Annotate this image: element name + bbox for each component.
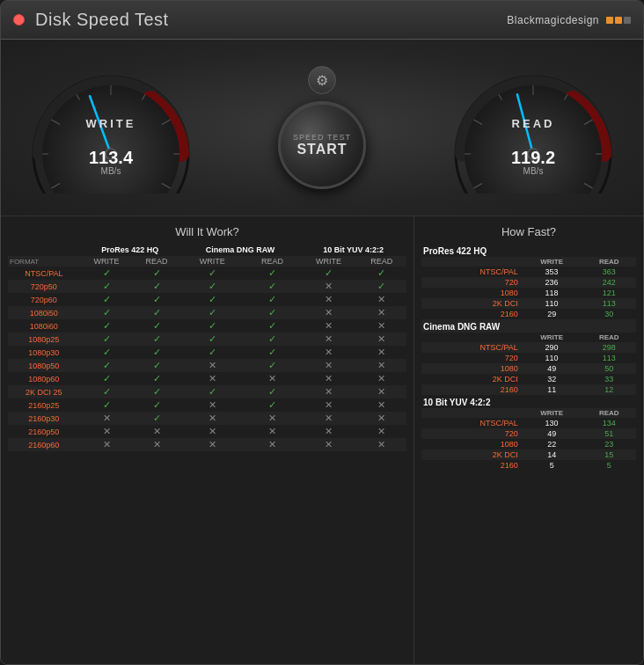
row-value-cell: ✕ — [300, 280, 356, 293]
row-value-cell: ✓ — [244, 306, 300, 319]
table-row: NTSC/PAL✓✓✓✓✓✓ — [8, 267, 406, 280]
rt-read-value: 50 — [582, 363, 636, 374]
rt-read-value: 23 — [582, 439, 636, 449]
row-label-cell: 2K DCI 25 — [8, 385, 80, 398]
rt-col-header-row: WRITEREAD — [421, 408, 636, 418]
table-row: 1080p30✓✓✓✓✕✕ — [8, 346, 406, 359]
row-value-cell: ✕ — [180, 372, 245, 385]
close-button[interactable] — [13, 14, 25, 26]
rt-col-header-cell — [421, 332, 522, 342]
row-value-cell: ✕ — [300, 425, 356, 438]
rt-row-label: 2160 — [421, 384, 522, 395]
row-value-cell: ✕ — [300, 319, 356, 332]
row-value-cell: ✕ — [244, 372, 300, 385]
rt-read-value: 242 — [582, 277, 636, 288]
rt-group-header: 10 Bit YUV 4:2:2 — [421, 395, 636, 408]
rt-write-value: 32 — [522, 374, 582, 384]
settings-button[interactable]: ⚙ — [308, 66, 336, 94]
rt-col-header-cell: WRITE — [522, 257, 582, 267]
row-value-cell: ✕ — [133, 438, 179, 451]
rt-write-value: 290 — [522, 342, 582, 353]
will-it-work-table: ProRes 422 HQ Cinema DNG RAW 10 Bit YUV … — [8, 244, 406, 451]
rt-read-value: 134 — [582, 418, 636, 428]
row-value-cell: ✓ — [244, 398, 300, 412]
row-value-cell: ✕ — [300, 398, 356, 412]
rt-data-row: 2K DCI110113 — [421, 298, 636, 309]
rt-data-row: NTSC/PAL130134 — [421, 418, 636, 428]
brand-dot-1 — [606, 17, 613, 24]
row-value-cell: ✕ — [357, 319, 407, 332]
row-value-cell: ✓ — [133, 267, 179, 280]
rt-write-value: 130 — [522, 418, 582, 428]
rt-read-value: 298 — [582, 342, 636, 353]
rt-row-label: NTSC/PAL — [421, 342, 522, 353]
rt-write-value: 14 — [522, 449, 582, 460]
rt-data-row: NTSC/PAL353363 — [421, 267, 636, 277]
rt-data-row: 2K DCI1415 — [421, 449, 636, 460]
table-row: 720p60✓✓✓✓✕✕ — [8, 293, 406, 306]
row-value-cell: ✕ — [357, 398, 407, 412]
row-value-cell: ✓ — [133, 346, 179, 359]
row-value-cell: ✓ — [80, 398, 134, 412]
rt-col-header-cell: WRITE — [522, 332, 582, 342]
row-value-cell: ✕ — [300, 385, 356, 398]
rt-data-row: 720236242 — [421, 277, 636, 288]
rt-read-value: 113 — [582, 353, 636, 363]
row-label-cell: 1080p50 — [8, 359, 80, 372]
rt-row-label: 2160 — [421, 460, 522, 471]
c1-write-header: WRITE — [80, 256, 134, 267]
row-value-cell: ✓ — [300, 267, 356, 280]
row-label-cell: 1080p25 — [8, 332, 80, 346]
row-label-cell: 1080p30 — [8, 346, 80, 359]
table-row: 1080p60✓✓✕✕✕✕ — [8, 372, 406, 385]
row-label-cell: 720p50 — [8, 280, 80, 293]
table-row: 2160p50✕✕✕✕✕✕ — [8, 425, 406, 438]
table-row: 2160p60✕✕✕✕✕✕ — [8, 438, 406, 451]
start-button[interactable]: SPEED TEST START — [278, 101, 366, 189]
table-row: 2160p30✕✓✕✕✕✕ — [8, 412, 406, 425]
row-label-cell: 2160p25 — [8, 398, 80, 412]
row-value-cell: ✓ — [133, 332, 179, 346]
gauges-section: WRITE 113.4 MB/s ⚙ SPEED TEST START — [1, 40, 643, 216]
title-bar: Disk Speed Test Blackmagicdesign — [1, 1, 643, 40]
row-label-cell: 2160p50 — [8, 425, 80, 438]
row-value-cell: ✓ — [244, 332, 300, 346]
rt-data-row: 10802223 — [421, 439, 636, 449]
write-gauge-container: WRITE 113.4 MB/s — [27, 62, 194, 194]
row-value-cell: ✕ — [180, 438, 245, 451]
rt-write-value: 353 — [522, 267, 582, 277]
how-fast-table: ProRes 422 HQWRITEREADNTSC/PAL3533637202… — [421, 244, 636, 471]
row-value-cell: ✕ — [80, 412, 134, 425]
brand-name: Blackmagicdesign — [507, 14, 599, 26]
codec2-header: Cinema DNG RAW — [180, 244, 301, 256]
row-value-cell: ✓ — [133, 306, 179, 319]
row-value-cell: ✕ — [180, 359, 245, 372]
left-table-body: NTSC/PAL✓✓✓✓✓✓720p50✓✓✓✓✕✓720p60✓✓✓✓✕✕10… — [8, 267, 406, 451]
row-value-cell: ✓ — [133, 319, 179, 332]
row-value-cell: ✕ — [357, 372, 407, 385]
row-value-cell: ✓ — [244, 359, 300, 372]
rt-row-label: 1080 — [421, 288, 522, 298]
row-value-cell: ✕ — [357, 438, 407, 451]
rt-data-row: 21602930 — [421, 309, 636, 319]
rt-group-header: Cinema DNG RAW — [421, 319, 636, 332]
row-value-cell: ✓ — [133, 359, 179, 372]
row-value-cell: ✕ — [80, 425, 134, 438]
rt-group-row: ProRes 422 HQ — [421, 244, 636, 257]
title-bar-right: Blackmagicdesign — [507, 14, 631, 26]
rt-col-header-row: WRITEREAD — [421, 257, 636, 267]
svg-text:119.2: 119.2 — [511, 148, 555, 167]
row-value-cell: ✕ — [357, 332, 407, 346]
row-value-cell: ✓ — [80, 293, 134, 306]
rt-write-value: 236 — [522, 277, 582, 288]
rt-write-value: 110 — [522, 298, 582, 309]
rt-row-label: NTSC/PAL — [421, 418, 522, 428]
table-row: 2K DCI 25✓✓✓✓✕✕ — [8, 385, 406, 398]
right-table: How Fast? ProRes 422 HQWRITEREADNTSC/PAL… — [414, 216, 643, 664]
read-gauge-container: READ 119.2 MB/s — [450, 62, 617, 194]
table-row: 1080i50✓✓✓✓✕✕ — [8, 306, 406, 319]
row-value-cell: ✕ — [244, 412, 300, 425]
tables-section: Will It Work? ProRes 422 HQ Cinema DNG R… — [1, 216, 643, 664]
gear-icon: ⚙ — [316, 72, 328, 89]
row-value-cell: ✕ — [180, 398, 245, 412]
